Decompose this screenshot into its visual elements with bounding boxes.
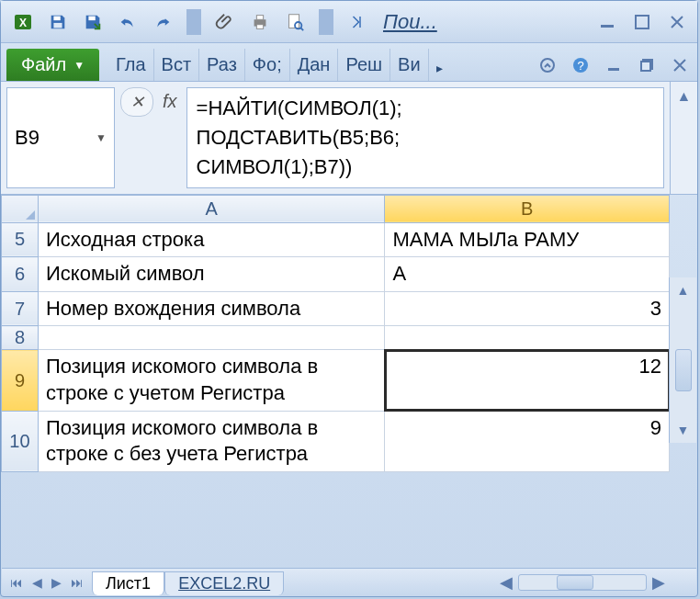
svg-text:X: X xyxy=(19,17,27,29)
separator xyxy=(186,9,201,35)
file-tab-label: Файл xyxy=(21,54,66,75)
svg-rect-2 xyxy=(53,16,60,20)
select-all-corner[interactable] xyxy=(2,195,39,222)
svg-text:?: ? xyxy=(577,59,583,73)
window-controls xyxy=(594,9,690,35)
cell[interactable]: Позиция искомого символа в строке с учет… xyxy=(38,350,384,411)
ribbon-minimize-icon[interactable] xyxy=(536,53,559,77)
tab-overflow-icon[interactable]: ▸ xyxy=(429,55,450,81)
table-row: 5Исходная строкаМАМА МЫЛа РАМУ xyxy=(2,222,670,257)
chevron-down-icon: ▼ xyxy=(96,131,107,144)
scroll-up-icon[interactable]: ▲ xyxy=(677,277,690,303)
tab-data[interactable]: Дан xyxy=(290,49,339,81)
table-row: 7Номер вхождения символа3 xyxy=(2,291,670,326)
tab-review[interactable]: Реш xyxy=(338,49,390,81)
cell[interactable]: Исходная строка xyxy=(38,222,384,257)
sheet-first-icon[interactable]: ⏮ xyxy=(7,575,26,590)
excel-app-icon[interactable]: X xyxy=(8,7,38,37)
save-as-icon[interactable] xyxy=(78,7,107,37)
cell[interactable]: Номер вхождения символа xyxy=(38,291,384,326)
doc-restore-icon[interactable] xyxy=(635,53,659,77)
quick-print-icon[interactable] xyxy=(245,7,275,37)
table-row: 8 xyxy=(2,326,670,350)
cell[interactable]: Искомый символ xyxy=(38,257,384,292)
search-label[interactable]: Пои... xyxy=(383,10,437,34)
row-header[interactable]: 10 xyxy=(2,411,39,471)
file-tab[interactable]: Файл ▼ xyxy=(6,49,99,81)
cell[interactable] xyxy=(385,326,670,350)
sheet-tab-bar: ⏮ ◀ ▶ ⏭ Лист1 EXCEL2.RU ◀ ▶ xyxy=(2,568,696,595)
table-row: 10Позиция искомого символа в строке с бе… xyxy=(2,411,670,471)
minimize-icon[interactable] xyxy=(594,9,620,35)
sheet-nav: ⏮ ◀ ▶ ⏭ xyxy=(2,575,92,590)
sheet-last-icon[interactable]: ⏭ xyxy=(68,575,86,590)
cell[interactable]: МАМА МЫЛа РАМУ xyxy=(385,222,670,257)
tab-insert[interactable]: Вст xyxy=(154,49,200,81)
row-header[interactable]: 7 xyxy=(2,291,39,326)
redo-icon[interactable] xyxy=(148,7,177,37)
tab-formulas[interactable]: Фо; xyxy=(245,49,290,81)
formula-bar: B9 ▼ ✕ fx =НАЙТИ(СИМВОЛ(1); ПОДСТАВИТЬ(B… xyxy=(1,82,697,195)
svg-rect-7 xyxy=(256,24,263,28)
sheet-prev-icon[interactable]: ◀ xyxy=(29,575,45,590)
row-header[interactable]: 6 xyxy=(2,257,39,292)
attach-icon[interactable] xyxy=(210,7,240,37)
scroll-right-icon[interactable]: ▶ xyxy=(652,572,665,593)
scroll-left-icon[interactable]: ◀ xyxy=(500,572,513,593)
col-header-a[interactable]: A xyxy=(38,195,384,222)
table-row: 6Искомый символА xyxy=(2,257,670,292)
svg-rect-17 xyxy=(608,68,619,71)
save-icon[interactable] xyxy=(43,7,73,37)
row-header[interactable]: 5 xyxy=(2,222,39,257)
help-icon[interactable]: ? xyxy=(569,53,593,77)
doc-close-icon[interactable] xyxy=(668,53,692,77)
name-box[interactable]: B9 ▼ xyxy=(6,87,115,188)
fx-icon[interactable]: fx xyxy=(163,87,177,112)
doc-minimize-icon[interactable] xyxy=(602,53,626,77)
column-headers: A B xyxy=(2,195,670,222)
excel-window: X Пои... xyxy=(0,0,698,597)
tab-view[interactable]: Ви xyxy=(390,49,429,81)
worksheet-grid: A B 5Исходная строкаМАМА МЫЛа РАМУ6Иском… xyxy=(1,195,697,472)
svg-rect-4 xyxy=(88,16,95,20)
cancel-formula-icon[interactable]: ✕ xyxy=(120,87,153,117)
svg-line-10 xyxy=(300,28,303,30)
svg-rect-19 xyxy=(641,62,650,71)
maximize-icon[interactable] xyxy=(629,9,655,35)
scroll-down-icon[interactable]: ▼ xyxy=(677,417,690,443)
svg-rect-8 xyxy=(289,14,299,28)
separator xyxy=(319,9,333,35)
close-icon[interactable] xyxy=(664,9,690,35)
next-icon[interactable] xyxy=(343,7,372,37)
formula-input[interactable]: =НАЙТИ(СИМВОЛ(1); ПОДСТАВИТЬ(B5;B6; СИМВ… xyxy=(186,87,664,188)
print-preview-icon[interactable] xyxy=(280,7,310,37)
cell[interactable]: 9 xyxy=(385,411,670,471)
row-header[interactable]: 9 xyxy=(2,350,39,411)
sheet-next-icon[interactable]: ▶ xyxy=(49,575,64,590)
tab-page-layout[interactable]: Раз xyxy=(199,49,245,81)
svg-rect-6 xyxy=(256,15,263,19)
row-header[interactable]: 8 xyxy=(2,326,39,350)
tab-home[interactable]: Гла xyxy=(108,49,154,81)
scroll-thumb[interactable] xyxy=(557,575,593,590)
scroll-up-icon[interactable]: ▲ xyxy=(671,82,697,111)
formula-bar-scroll: ▲ xyxy=(670,82,697,194)
svg-rect-3 xyxy=(53,22,62,27)
cell[interactable]: 3 xyxy=(385,291,670,326)
cell[interactable]: 12 xyxy=(385,350,670,411)
sheet-tab-active[interactable]: Лист1 xyxy=(92,571,164,595)
quick-access-toolbar: X Пои... xyxy=(1,1,697,43)
cell[interactable]: А xyxy=(385,257,670,292)
cell[interactable]: Позиция искомого символа в строке с без … xyxy=(38,411,384,471)
scroll-track[interactable] xyxy=(518,574,647,591)
undo-icon[interactable] xyxy=(113,7,142,37)
col-header-b[interactable]: B xyxy=(385,195,670,222)
horizontal-scrollbar[interactable]: ◀ ▶ xyxy=(500,572,696,593)
svg-rect-12 xyxy=(601,25,614,28)
sheet-tab-other[interactable]: EXCEL2.RU xyxy=(164,571,284,595)
vertical-scrollbar[interactable]: ▲ ▼ xyxy=(669,277,696,443)
svg-rect-13 xyxy=(636,16,649,28)
cell[interactable] xyxy=(38,326,384,350)
scroll-thumb[interactable] xyxy=(675,349,692,391)
ribbon-tabs: Файл ▼ Гла Вст Раз Фо; Дан Реш Ви ▸ ? xyxy=(1,43,697,82)
